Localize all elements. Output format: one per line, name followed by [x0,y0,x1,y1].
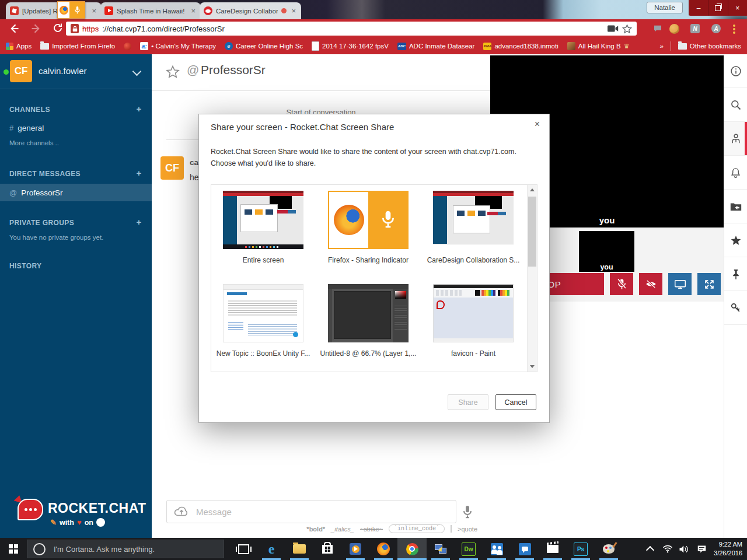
info-icon [730,65,742,77]
start-button[interactable] [0,538,27,560]
search-messages-button[interactable] [724,88,747,122]
tray-action-center[interactable] [693,538,710,560]
fullscreen-button[interactable] [697,273,721,295]
taskbar-edge[interactable]: e [257,538,285,560]
bookmark-all-hail-king[interactable]: All Hail King B ♛ [567,42,630,50]
chat-extension-icon[interactable] [652,23,663,34]
bookmark-advanced1838[interactable]: PMA advanced1838.inmoti [483,43,558,50]
sidebar-item-professorsr[interactable]: @ ProfessorSr [0,184,152,201]
bookmark-star-icon[interactable] [622,24,632,34]
bookmark-imported-folder[interactable]: Imported From Firefo [40,43,115,50]
taskbar-photoshop[interactable]: Ps [567,538,595,560]
tab-close-icon[interactable]: × [290,7,297,15]
insecure-lock-icon[interactable] [71,24,79,33]
bookmarks-overflow-button[interactable]: » [659,43,663,50]
close-window-button[interactable]: × [728,0,747,16]
taskbar-store[interactable] [313,538,341,560]
scroll-down-button[interactable] [528,362,537,372]
auth-button[interactable] [724,291,747,325]
apps-shortcut[interactable]: Apps [6,43,32,50]
share-screen-button[interactable] [668,273,692,295]
bookmark-2014-file[interactable]: 2014 17-36-1642 fpsV [312,41,389,51]
document-icon [312,41,319,51]
refresh-button[interactable] [53,23,63,33]
notifications-button[interactable] [724,156,747,190]
scrollbar-thumb[interactable] [528,197,536,267]
taskbar-file-explorer[interactable] [285,538,313,560]
source-tile-firefox-indicator[interactable] [328,191,409,249]
tray-wifi[interactable] [659,538,676,560]
add-group-button[interactable]: + [134,217,144,227]
browser-menu-button[interactable] [731,24,738,34]
firefox-sharing-indicator-window[interactable] [57,1,85,19]
sidebar-account-header[interactable]: CF calvin.fowler [0,54,152,89]
minimize-button[interactable]: – [689,0,708,16]
taskbar-paint[interactable] [595,538,623,560]
room-info-button[interactable] [724,54,747,88]
upload-cloud-icon[interactable] [174,506,189,517]
taskbar-messaging[interactable] [511,538,539,560]
camera-permission-icon[interactable] [608,24,619,33]
taskbar-people[interactable] [483,538,511,560]
star-icon [730,235,742,246]
taskbar-remote-desktop[interactable] [427,538,455,560]
restore-button[interactable] [708,0,727,16]
cookie-extension-icon[interactable] [669,23,679,34]
shared-files-button[interactable] [724,190,747,223]
monitor-icon [675,279,686,289]
taskbar-media-player[interactable] [341,538,369,560]
taskbar-movie-maker[interactable] [539,538,567,560]
tab-close-icon[interactable]: × [90,7,97,15]
tab-youtube[interactable]: Splash Time in Hawaii! F × [100,2,201,19]
bookmark-bird[interactable] [124,43,131,50]
add-dm-button[interactable]: + [134,168,144,178]
share-button[interactable]: Share [448,394,488,410]
cancel-button[interactable]: Cancel [495,394,536,410]
bookmark-career-online[interactable]: e Career Online High Sc [225,42,303,50]
dialog-scrollbar[interactable] [527,185,537,372]
tray-volume[interactable] [676,538,692,560]
bookmark-adc-inmate[interactable]: ADC ADC Inmate Datasear [397,43,475,50]
other-bookmarks-folder[interactable]: Other bookmarks [678,43,741,50]
github-icon[interactable] [96,518,105,527]
a-extension-icon[interactable]: A [711,23,721,34]
source-tile-photoshop[interactable] [328,284,409,342]
sidebar-item-general[interactable]: # general [0,120,152,136]
taskbar-firefox[interactable] [369,538,397,560]
tray-show-hidden-button[interactable] [642,538,658,560]
add-channel-button[interactable]: + [134,104,144,114]
address-bar[interactable]: https ://chat.cvp71.com/direct/Professor… [66,22,637,36]
chevron-down-icon[interactable] [132,67,142,76]
source-tile-boonex[interactable] [223,284,303,342]
browser-profile-button[interactable]: Natalie [647,2,683,13]
mute-mic-button[interactable] [610,273,633,295]
forward-button[interactable] [30,23,42,34]
n-extension-icon[interactable]: N [690,23,700,34]
mini-menubar [328,284,409,289]
taskbar-dreamweaver[interactable]: Dw [455,538,483,560]
back-button[interactable] [8,23,20,34]
tagline-on: on [85,519,93,527]
bookmark-calvins-therapy[interactable]: a: • Calvin's My Therapy [140,42,216,50]
source-tile-entire-screen[interactable] [223,191,303,249]
taskbar-clock[interactable]: 9:22 AM 3/26/2016 [714,538,742,560]
task-view-button[interactable] [231,538,256,560]
taskbar-chrome[interactable] [397,538,427,560]
starred-messages-button[interactable] [724,223,747,257]
pinned-messages-button[interactable] [724,257,747,291]
tab-roblox[interactable]: [Updates] ROB × [6,2,102,19]
more-channels-link[interactable]: More channels .. [9,139,59,146]
source-tile-paint[interactable] [433,284,514,342]
cortana-input[interactable] [53,544,218,554]
source-tile-caredesign-window[interactable] [433,191,514,249]
tab-caredesign[interactable]: CareDesign Collabor × [200,2,301,19]
tab-close-icon[interactable]: × [190,7,197,15]
members-list-button[interactable] [724,122,747,156]
scroll-up-button[interactable] [528,185,537,195]
message-input[interactable] [195,506,449,517]
voice-message-mic-icon[interactable] [462,505,473,519]
disable-camera-button[interactable] [639,273,662,295]
dialog-close-icon[interactable]: × [532,118,542,131]
cortana-search-box[interactable] [27,540,224,558]
favorite-star-icon[interactable] [166,65,180,79]
